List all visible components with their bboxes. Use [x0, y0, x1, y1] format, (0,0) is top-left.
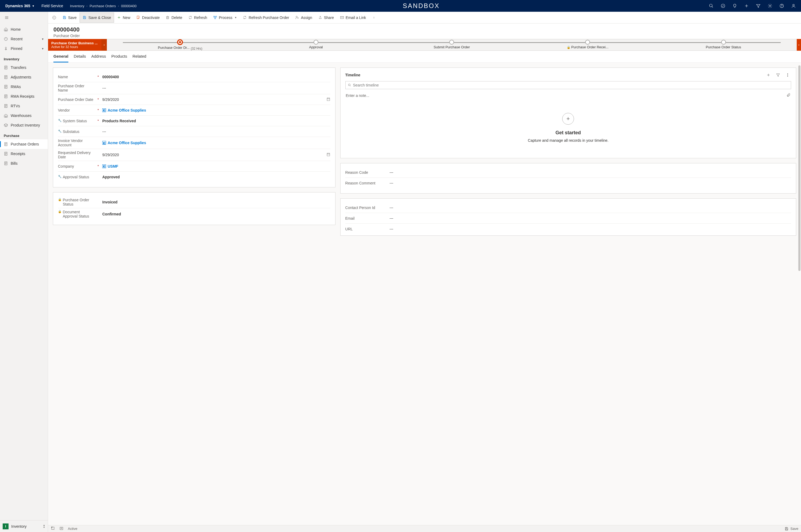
field-value: Confirmed [102, 212, 121, 216]
tab-address[interactable]: Address [91, 51, 106, 62]
email-link-button[interactable]: Email a Link [337, 13, 369, 23]
field-document-approval-status[interactable]: 🔒Document Approval StatusConfirmed [58, 208, 330, 220]
timeline-note-input[interactable]: Enter a note... [345, 91, 791, 99]
nav-rmas[interactable]: RMAs [0, 82, 48, 92]
stage-purchase-order-dr[interactable]: Purchase Order Dr...(32 Hrs) [112, 39, 248, 51]
field-reason-code[interactable]: Reason Code--- [345, 167, 791, 178]
process-prev[interactable]: ‹ [101, 39, 107, 51]
nav-bills[interactable]: Bills [0, 158, 48, 168]
timeline-add[interactable] [765, 72, 772, 78]
deactivate-button[interactable]: Deactivate [133, 13, 163, 23]
field-purchase-order-name[interactable]: Purchase Order Name--- [58, 82, 330, 94]
field-company[interactable]: Company*◧USMF [58, 161, 330, 172]
process-header[interactable]: Purchase Order Business ... Active for 3… [48, 39, 101, 51]
refresh-po-button[interactable]: Refresh Purchase Order [240, 13, 292, 23]
filter-icon[interactable] [753, 0, 764, 12]
field-value-cell[interactable]: ◧USMF [102, 164, 330, 168]
user-icon[interactable] [788, 0, 799, 12]
field-value-cell[interactable]: ◧Acme Office Supplies [102, 141, 330, 145]
breadcrumb-item[interactable]: Inventory [70, 4, 84, 8]
save-button[interactable]: Save [59, 13, 80, 23]
field-invoice-vendor-account[interactable]: Invoice Vendor Account◧Acme Office Suppl… [58, 137, 330, 149]
nav-home[interactable]: Home [0, 24, 48, 34]
stage-submit-purchase-order[interactable]: Submit Purchase Order [384, 40, 520, 50]
nav-purchase-orders[interactable]: Purchase Orders [0, 139, 48, 149]
attach-icon[interactable] [786, 93, 790, 98]
popout-icon[interactable] [51, 526, 55, 531]
field-substatus[interactable]: 🔧Substatus--- [58, 126, 330, 137]
field-purchase-order-status[interactable]: 🔒Purchase Order StatusInvoiced [58, 196, 330, 208]
area-switcher[interactable]: I Inventory ▲▼ [0, 520, 48, 532]
lookup-icon: ◧ [102, 141, 106, 145]
nav-product-inventory[interactable]: Product Inventory [0, 120, 48, 130]
field-email[interactable]: Email--- [345, 213, 791, 224]
calendar-icon[interactable] [327, 152, 330, 157]
svg-line-93 [350, 86, 351, 86]
timeline-search-input[interactable] [353, 83, 789, 87]
field-url[interactable]: URL--- [345, 224, 791, 234]
refresh-button[interactable]: Refresh [185, 13, 210, 23]
nav-header: Purchase [0, 130, 48, 139]
tab-general[interactable]: General [53, 51, 68, 62]
timeline-more[interactable] [784, 72, 791, 78]
nav-toggle[interactable] [0, 12, 48, 23]
readonly-icon[interactable] [59, 526, 63, 531]
assign-button[interactable]: Assign [292, 13, 315, 23]
save-close-button[interactable]: Save & Close [80, 13, 114, 23]
trash-icon [166, 16, 170, 20]
share-button[interactable]: Share [315, 13, 337, 23]
product-name[interactable]: Field Service [38, 4, 67, 8]
field-vendor[interactable]: Vendor*◧Acme Office Supplies [58, 105, 330, 116]
field-system-status[interactable]: 🔧System Status*Products Received [58, 116, 330, 126]
nav-transfers[interactable]: Transfers [0, 63, 48, 72]
task-icon[interactable] [718, 0, 728, 12]
nav-rma-receipts[interactable]: RMA Receipts [0, 92, 48, 101]
breadcrumb-item[interactable]: Purchase Orders [90, 4, 116, 8]
search-icon[interactable] [706, 0, 716, 12]
doc-icon [4, 152, 8, 156]
stage-purchase-order-status[interactable]: Purchase Order Status [655, 40, 791, 50]
field-purchase-order-date[interactable]: Purchase Order Date*9/29/2020 [58, 94, 330, 105]
delete-button[interactable]: Delete [163, 13, 185, 23]
timeline-search[interactable] [345, 81, 791, 89]
help-icon[interactable] [777, 0, 787, 12]
gear-icon[interactable] [765, 0, 775, 12]
field-reason-comment[interactable]: Reason Comment--- [345, 178, 791, 188]
app-launcher[interactable]: Dynamics 365 ▼ [2, 4, 38, 8]
nav-label: Receipts [11, 152, 25, 156]
stage-purchase-order-recei[interactable]: 🔒Purchase Order Recei... [520, 40, 656, 50]
plus-icon[interactable] [741, 0, 752, 12]
tab-related[interactable]: Related [132, 51, 146, 62]
tab-details[interactable]: Details [74, 51, 86, 62]
nav-pinned[interactable]: Pinned▼ [0, 44, 48, 53]
field-requested-delivery-date[interactable]: Requested Delivery Date9/29/2020 [58, 149, 330, 161]
area-label: Inventory [11, 524, 27, 529]
field-approval-status[interactable]: 🔧Approval StatusApproved [58, 172, 330, 182]
stage-dot [449, 40, 454, 44]
nav-adjustments[interactable]: Adjustments [0, 72, 48, 82]
general-section: Name*00000400Purchase Order Name---Purch… [53, 68, 335, 187]
field-value-cell[interactable]: ◧Acme Office Supplies [102, 108, 330, 112]
footer-save-button[interactable]: Save [784, 527, 798, 531]
svg-rect-58 [137, 16, 139, 19]
nav-recent[interactable]: Recent▼ [0, 34, 48, 44]
timeline-getstarted-add[interactable]: + [562, 113, 574, 125]
process-button[interactable]: Process▼ [210, 13, 240, 23]
field-contact-person-id[interactable]: Contact Person Id--- [345, 202, 791, 213]
field-value-cell: --- [390, 170, 791, 175]
process-next[interactable]: › [797, 39, 801, 51]
tab-products[interactable]: Products [111, 51, 127, 62]
timeline-filter[interactable] [775, 72, 782, 78]
nav-warehouses[interactable]: Warehouses [0, 111, 48, 120]
breadcrumb-item[interactable]: 00000400 [121, 4, 136, 8]
more-commands[interactable] [370, 13, 378, 23]
stage-approval[interactable]: Approval [248, 40, 384, 50]
back-button[interactable] [49, 13, 59, 23]
nav-rtvs[interactable]: RTVs [0, 101, 48, 111]
scrollbar[interactable] [798, 65, 800, 522]
new-button[interactable]: New [114, 13, 133, 23]
field-name[interactable]: Name*00000400 [58, 72, 330, 82]
nav-receipts[interactable]: Receipts [0, 149, 48, 158]
lightbulb-icon[interactable] [729, 0, 740, 12]
calendar-icon[interactable] [327, 97, 330, 102]
